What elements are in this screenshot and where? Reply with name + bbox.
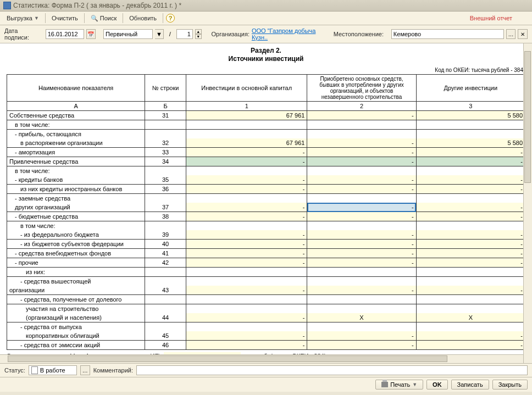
table-row: организации43--- — [7, 286, 525, 295]
table-row: из них: — [7, 268, 525, 277]
th-name: Наименование показателя — [7, 75, 145, 102]
window-title: Статистика: Форма П-2 ( за январь - дека… — [13, 2, 181, 9]
loc-label: Местоположение: — [334, 31, 384, 37]
section-subtitle: Источники инвестиций — [7, 55, 525, 63]
th-1: Инвестиции в основной капитал — [186, 75, 307, 102]
document-area: Раздел 2. Источники инвестиций Код по ОК… — [0, 43, 532, 363]
scrollbar-horizontal[interactable] — [0, 354, 523, 363]
spin-down-icon[interactable]: ▼ — [195, 34, 202, 39]
sign-date-input[interactable] — [46, 29, 84, 39]
print-button[interactable]: Печать ▼ — [375, 380, 423, 390]
table-row: - бюджетные средства38--- — [7, 212, 525, 221]
ok-button[interactable]: OK — [426, 380, 448, 390]
clear-icon[interactable]: ✕ — [518, 29, 528, 39]
table-row: - из федерального бюджета39--- — [7, 230, 525, 240]
export-button[interactable]: Выгрузка ▼ — [3, 14, 42, 23]
table-row: корпоративных облигаций45--- — [7, 331, 525, 341]
params-bar: Дата подписи: 📅 ▼ / ▲▼ Организация: ООО … — [0, 25, 532, 43]
table-row: - прибыль, остающаяся — [7, 130, 525, 139]
toolbar: Выгрузка ▼ Очистить 🔍Поиск Обновить ? Вн… — [0, 12, 532, 25]
search-button[interactable]: 🔍Поиск — [87, 14, 120, 23]
ellipsis-icon[interactable]: … — [506, 29, 516, 39]
save-button[interactable]: Записать — [451, 380, 489, 390]
help-icon[interactable]: ? — [166, 14, 175, 23]
titlebar: Статистика: Форма П-2 ( за январь - дека… — [0, 0, 532, 12]
chevron-down-icon[interactable]: ▼ — [155, 29, 164, 39]
section-title: Раздел 2. — [7, 47, 525, 54]
status-select[interactable]: В работе — [29, 365, 77, 375]
refresh-button[interactable]: Обновить — [126, 14, 160, 23]
printer-icon — [381, 382, 388, 387]
comment-input[interactable] — [136, 365, 528, 375]
table-row: Собственные средства3167 961-5 580 — [7, 111, 525, 120]
table-row: в распоряжении организации3267 961-5 580 — [7, 138, 525, 148]
primary-select[interactable] — [103, 29, 153, 39]
table-row: - средства, полученные от долевого — [7, 295, 525, 304]
ellipsis-icon[interactable]: … — [80, 365, 90, 375]
button-bar: Печать ▼ OK Записать Закрыть — [0, 377, 532, 392]
investments-table: Наименование показателя № строки Инвести… — [7, 74, 525, 350]
table-row: - заемные средства — [7, 194, 525, 203]
clear-button[interactable]: Очистить — [48, 14, 81, 23]
number-input[interactable] — [176, 29, 193, 39]
th-2: Приобретено основных средств, бывших в у… — [307, 75, 416, 102]
location-input[interactable] — [391, 29, 504, 39]
app-icon — [3, 2, 11, 9]
spin-up-icon[interactable]: ▲ — [195, 29, 202, 34]
comment-label: Комментарий: — [93, 367, 133, 374]
table-row: - средства вышестоящей — [7, 277, 525, 286]
table-row: из них кредиты иностранных банков36--- — [7, 185, 525, 194]
external-report-link[interactable]: Внешний отчет — [470, 15, 512, 21]
close-button[interactable]: Закрыть — [492, 380, 528, 390]
table-row: в том числе: — [7, 221, 525, 231]
th-row: № строки — [145, 75, 186, 102]
table-row: других организаций37--- — [7, 203, 525, 212]
table-row: в том числе: — [7, 120, 525, 130]
okei-code: Код по ОКЕИ: тысяча рублей - 384 — [7, 67, 523, 73]
doc-icon — [31, 366, 38, 374]
calendar-icon[interactable]: 📅 — [86, 29, 96, 39]
statusbar: Статус: В работе … Комментарий: — [0, 363, 532, 377]
status-label: Статус: — [4, 367, 25, 374]
search-icon: 🔍 — [91, 15, 98, 22]
table-row: - кредиты банков35--- — [7, 175, 525, 185]
org-label: Организация: — [212, 31, 250, 37]
table-row: в том числе: — [7, 166, 525, 176]
table-row: Привлеченные средства34--- — [7, 157, 525, 166]
table-row: участия на строительство — [7, 304, 525, 314]
table-row: - средства от выпуска — [7, 322, 525, 332]
table-row: (организаций и населения)44-XX — [7, 313, 525, 322]
org-link[interactable]: ООО "Газпром добыча Кузн.. — [252, 27, 331, 41]
table-row: - амортизация33--- — [7, 148, 525, 157]
chevron-down-icon: ▼ — [34, 15, 39, 21]
th-3: Другие инвестиции — [416, 75, 525, 102]
scrollbar-vertical[interactable] — [523, 43, 532, 363]
table-row: - прочие42--- — [7, 258, 525, 268]
table-row: - средства внебюджетных фондов41--- — [7, 249, 525, 258]
table-row: - из бюджетов субъектов федерации40--- — [7, 240, 525, 249]
sign-date-label: Дата подписи: — [4, 27, 43, 41]
table-row: - средства от эмиссии акций46--- — [7, 341, 525, 350]
